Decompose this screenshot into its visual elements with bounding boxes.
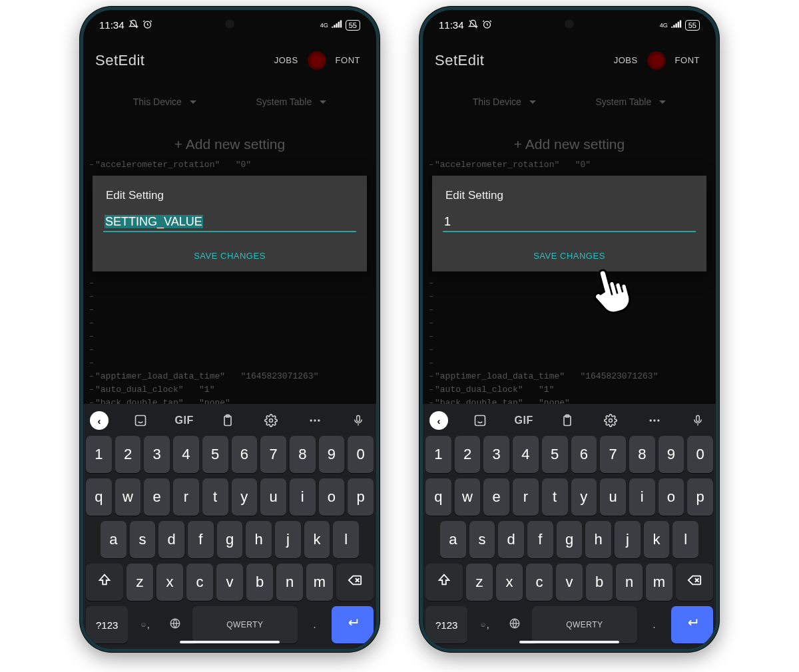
device-dropdown[interactable]: This Device	[133, 96, 196, 107]
mic-icon[interactable]	[686, 411, 709, 430]
key-0[interactable]: 0	[348, 436, 374, 473]
settings-row[interactable]: "auto_dual_clock" "1"	[90, 383, 370, 397]
settings-row[interactable]	[429, 303, 709, 317]
settings-row[interactable]	[429, 357, 709, 370]
key-6[interactable]: 6	[232, 436, 258, 473]
key-3[interactable]: 3	[144, 436, 170, 473]
language-key[interactable]	[162, 606, 189, 643]
key-e[interactable]: e	[483, 478, 509, 516]
key-d[interactable]: d	[158, 521, 184, 558]
key-m[interactable]: m	[646, 564, 672, 601]
key-7[interactable]: 7	[260, 436, 286, 473]
key-z[interactable]: z	[466, 564, 493, 601]
key-y[interactable]: y	[232, 478, 258, 516]
key-s[interactable]: s	[469, 521, 495, 558]
key-p[interactable]: p	[348, 478, 374, 516]
clipboard-icon[interactable]	[556, 411, 579, 430]
settings-row[interactable]	[90, 290, 370, 303]
period-key[interactable]: .	[641, 606, 668, 643]
key-n[interactable]: n	[616, 564, 643, 601]
key-f[interactable]: f	[188, 521, 214, 558]
key-y[interactable]: y	[571, 478, 597, 516]
key-c[interactable]: c	[526, 564, 553, 601]
key-o[interactable]: o	[659, 478, 684, 516]
mic-icon[interactable]	[347, 411, 370, 430]
key-i[interactable]: i	[629, 478, 655, 516]
key-5[interactable]: 5	[542, 436, 568, 473]
key-t[interactable]: t	[202, 478, 228, 516]
clipboard-icon[interactable]	[216, 411, 239, 430]
key-3[interactable]: 3	[483, 436, 509, 473]
keyboard-back-button[interactable]: ‹	[90, 411, 109, 430]
settings-cog-icon[interactable]	[647, 51, 666, 70]
key-v[interactable]: v	[216, 564, 243, 601]
settings-row[interactable]: "accelerometer_rotation" "0"	[90, 158, 370, 172]
settings-row[interactable]	[429, 343, 709, 357]
key-z[interactable]: z	[127, 564, 153, 601]
settings-row[interactable]: "apptimer_load_data_time" "1645823071263…	[90, 370, 370, 383]
key-d[interactable]: d	[498, 521, 524, 558]
key-p[interactable]: p	[687, 478, 713, 516]
space-key[interactable]: QWERTY	[532, 606, 637, 643]
key-x[interactable]: x	[496, 564, 523, 601]
key-r[interactable]: r	[173, 478, 199, 516]
add-new-setting[interactable]: + Add new setting	[423, 136, 716, 152]
home-indicator[interactable]	[519, 641, 619, 643]
jobs-button[interactable]: JOBS	[270, 53, 302, 68]
settings-row[interactable]	[90, 317, 370, 330]
backspace-key[interactable]	[336, 564, 374, 601]
settings-row[interactable]	[90, 343, 370, 357]
key-a[interactable]: a	[101, 521, 127, 558]
settings-row[interactable]	[90, 330, 370, 343]
key-0[interactable]: 0	[687, 436, 713, 473]
key-1[interactable]: 1	[425, 436, 451, 473]
space-key[interactable]: QWERTY	[192, 606, 298, 643]
key-n[interactable]: n	[276, 564, 303, 601]
period-key[interactable]: .	[301, 606, 328, 643]
settings-cog-icon[interactable]	[308, 51, 326, 70]
key-b[interactable]: b	[586, 564, 613, 601]
key-g[interactable]: g	[557, 521, 583, 558]
comma-key[interactable]: ☺,	[471, 606, 498, 643]
save-changes-button[interactable]: SAVE CHANGES	[443, 251, 696, 261]
key-1[interactable]: 1	[86, 436, 112, 473]
key-t[interactable]: t	[542, 478, 568, 516]
setting-value-input[interactable]: 1	[443, 213, 696, 232]
key-7[interactable]: 7	[600, 436, 626, 473]
key-8[interactable]: 8	[290, 436, 316, 473]
key-5[interactable]: 5	[202, 436, 228, 473]
key-v[interactable]: v	[556, 564, 583, 601]
settings-row[interactable]: "auto_dual_clock" "1"	[429, 383, 709, 397]
home-indicator[interactable]	[180, 641, 280, 643]
key-h[interactable]: h	[585, 521, 611, 558]
key-4[interactable]: 4	[173, 436, 199, 473]
key-l[interactable]: l	[333, 521, 359, 558]
sticker-icon[interactable]	[129, 411, 152, 430]
gear-icon[interactable]	[599, 411, 622, 430]
more-icon[interactable]	[643, 411, 666, 430]
key-9[interactable]: 9	[319, 436, 345, 473]
key-2[interactable]: 2	[115, 436, 141, 473]
gif-button[interactable]: GIF	[513, 411, 535, 430]
key-j[interactable]: j	[275, 521, 301, 558]
settings-row[interactable]	[429, 317, 709, 330]
key-b[interactable]: b	[246, 564, 273, 601]
settings-row[interactable]	[90, 277, 370, 290]
key-l[interactable]: l	[672, 521, 698, 558]
enter-key[interactable]	[332, 606, 374, 643]
jobs-button[interactable]: JOBS	[610, 53, 642, 68]
key-k[interactable]: k	[644, 521, 670, 558]
enter-key[interactable]	[671, 606, 713, 643]
language-key[interactable]	[501, 606, 529, 643]
key-f[interactable]: f	[527, 521, 553, 558]
key-q[interactable]: q	[425, 478, 451, 516]
key-r[interactable]: r	[513, 478, 539, 516]
key-9[interactable]: 9	[659, 436, 684, 473]
font-button[interactable]: FONT	[332, 53, 364, 68]
key-u[interactable]: u	[260, 478, 286, 516]
backspace-key[interactable]	[676, 564, 713, 601]
symbols-key[interactable]: ?123	[86, 606, 128, 643]
sticker-icon[interactable]	[469, 411, 491, 430]
settings-row[interactable]	[90, 357, 370, 370]
table-dropdown[interactable]: System Table	[256, 96, 326, 107]
